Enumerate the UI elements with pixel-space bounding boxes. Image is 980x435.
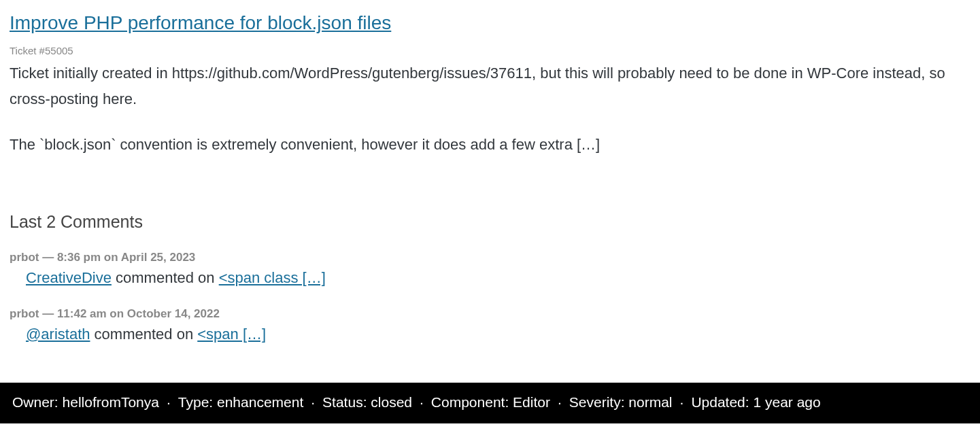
comment-body: @aristath commented on <span […] <box>10 326 970 343</box>
footer-separator: · <box>420 394 424 411</box>
comments-heading: Last 2 Comments <box>10 212 970 232</box>
description-paragraph: Ticket initially created in https://gith… <box>10 60 970 111</box>
ticket-title-link[interactable]: Improve PHP performance for block.json f… <box>10 12 391 33</box>
ticket-number: Ticket #55005 <box>10 45 970 56</box>
ticket-footer-bar: Owner: hellofromTonya · Type: enhancemen… <box>0 383 980 423</box>
comment-author-link[interactable]: CreativeDive <box>26 269 112 286</box>
footer-separator: · <box>167 394 171 411</box>
comment-meta: prbot — 8:36 pm on April 25, 2023 <box>10 251 970 264</box>
footer-owner: Owner: hellofromTonya <box>12 394 159 411</box>
comment-item: prbot — 8:36 pm on April 25, 2023 Creati… <box>10 251 970 287</box>
footer-updated: Updated: 1 year ago <box>691 394 820 411</box>
comment-text: commented on <box>90 326 197 343</box>
footer-separator: · <box>311 394 315 411</box>
comment-text: commented on <box>112 269 219 286</box>
comment-meta: prbot — 11:42 am on October 14, 2022 <box>10 307 970 321</box>
footer-separator: · <box>558 394 562 411</box>
comment-item: prbot — 11:42 am on October 14, 2022 @ar… <box>10 307 970 343</box>
footer-separator: · <box>680 394 684 411</box>
comment-reference-link[interactable]: <span class […] <box>219 269 326 286</box>
description-paragraph: The `block.json` convention is extremely… <box>10 132 970 157</box>
comment-author-link[interactable]: @aristath <box>26 326 90 343</box>
comment-body: CreativeDive commented on <span class […… <box>10 269 970 287</box>
comment-reference-link[interactable]: <span […] <box>197 326 266 343</box>
footer-component: Component: Editor <box>431 394 550 411</box>
ticket-content: Improve PHP performance for block.json f… <box>0 0 980 383</box>
ticket-description: Ticket initially created in https://gith… <box>10 60 970 157</box>
footer-severity: Severity: normal <box>569 394 673 411</box>
footer-status: Status: closed <box>322 394 412 411</box>
footer-type: Type: enhancement <box>178 394 303 411</box>
